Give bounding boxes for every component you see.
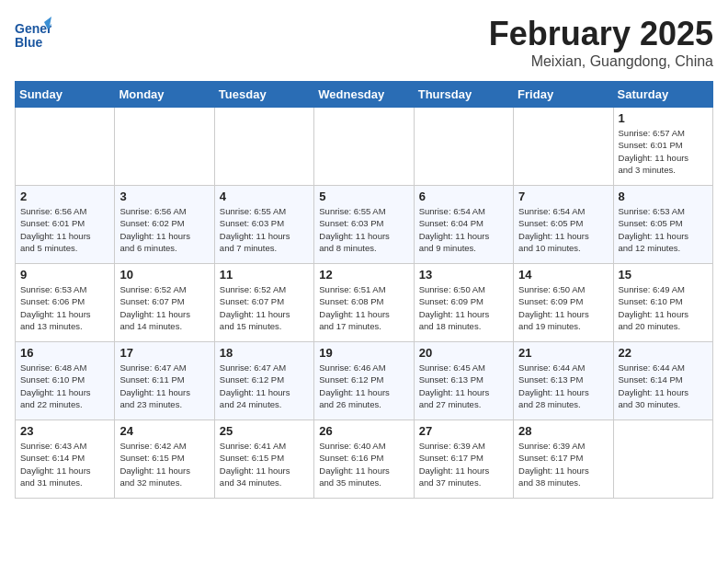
day-info: Sunrise: 6:44 AM Sunset: 6:13 PM Dayligh… [518, 362, 608, 410]
calendar-cell: 4Sunrise: 6:55 AM Sunset: 6:03 PM Daylig… [214, 186, 313, 264]
day-number: 8 [619, 190, 708, 203]
day-info: Sunrise: 6:55 AM Sunset: 6:03 PM Dayligh… [220, 205, 309, 254]
day-number: 12 [319, 268, 408, 282]
logo-icon: General Blue [15, 15, 51, 55]
location-title: Meixian, Guangdong, China [489, 53, 713, 70]
logo: General Blue [15, 15, 51, 59]
day-info: Sunrise: 6:47 AM Sunset: 6:12 PM Dayligh… [220, 362, 309, 410]
calendar-cell: 1Sunrise: 6:57 AM Sunset: 6:01 PM Daylig… [613, 108, 712, 186]
day-number: 17 [119, 346, 209, 360]
day-number: 18 [220, 346, 309, 360]
day-info: Sunrise: 6:53 AM Sunset: 6:06 PM Dayligh… [20, 283, 109, 332]
day-info: Sunrise: 6:54 AM Sunset: 6:05 PM Dayligh… [518, 205, 608, 254]
calendar-cell: 16Sunrise: 6:48 AM Sunset: 6:10 PM Dayli… [16, 342, 115, 420]
calendar-cell: 18Sunrise: 6:47 AM Sunset: 6:12 PM Dayli… [214, 342, 313, 420]
day-info: Sunrise: 6:52 AM Sunset: 6:07 PM Dayligh… [119, 283, 209, 332]
day-info: Sunrise: 6:57 AM Sunset: 6:01 PM Dayligh… [619, 127, 708, 176]
weekday-header-tuesday: Tuesday [214, 82, 313, 108]
day-number: 6 [419, 190, 508, 203]
day-number: 23 [20, 424, 109, 438]
day-number: 5 [319, 190, 408, 203]
day-info: Sunrise: 6:39 AM Sunset: 6:17 PM Dayligh… [518, 440, 608, 488]
calendar-cell: 23Sunrise: 6:43 AM Sunset: 6:14 PM Dayli… [16, 420, 115, 499]
day-number: 21 [518, 346, 608, 360]
day-number: 24 [119, 424, 209, 438]
calendar-cell [414, 108, 513, 186]
day-info: Sunrise: 6:49 AM Sunset: 6:10 PM Dayligh… [619, 283, 708, 332]
day-number: 19 [319, 346, 408, 360]
day-info: Sunrise: 6:47 AM Sunset: 6:11 PM Dayligh… [119, 362, 209, 410]
calendar-table: SundayMondayTuesdayWednesdayThursdayFrid… [15, 81, 713, 499]
day-info: Sunrise: 6:54 AM Sunset: 6:04 PM Dayligh… [419, 205, 508, 254]
calendar-cell: 3Sunrise: 6:56 AM Sunset: 6:02 PM Daylig… [115, 186, 214, 264]
svg-text:Blue: Blue [15, 35, 43, 50]
day-number: 7 [518, 190, 608, 203]
calendar-cell [613, 420, 712, 499]
calendar-cell: 22Sunrise: 6:44 AM Sunset: 6:14 PM Dayli… [613, 342, 712, 420]
calendar-cell: 2Sunrise: 6:56 AM Sunset: 6:01 PM Daylig… [16, 186, 115, 264]
calendar-cell: 7Sunrise: 6:54 AM Sunset: 6:05 PM Daylig… [514, 186, 613, 264]
calendar-week-0: 1Sunrise: 6:57 AM Sunset: 6:01 PM Daylig… [16, 108, 713, 186]
day-info: Sunrise: 6:43 AM Sunset: 6:14 PM Dayligh… [20, 440, 109, 488]
weekday-header-monday: Monday [115, 82, 214, 108]
calendar-cell: 10Sunrise: 6:52 AM Sunset: 6:07 PM Dayli… [115, 264, 214, 342]
day-info: Sunrise: 6:40 AM Sunset: 6:16 PM Dayligh… [319, 440, 408, 488]
day-info: Sunrise: 6:55 AM Sunset: 6:03 PM Dayligh… [319, 205, 408, 254]
calendar-cell [314, 108, 414, 186]
day-info: Sunrise: 6:45 AM Sunset: 6:13 PM Dayligh… [419, 362, 508, 410]
day-number: 1 [619, 111, 708, 125]
calendar-cell: 25Sunrise: 6:41 AM Sunset: 6:15 PM Dayli… [214, 420, 313, 499]
day-number: 10 [119, 268, 209, 282]
calendar-cell: 20Sunrise: 6:45 AM Sunset: 6:13 PM Dayli… [414, 342, 513, 420]
day-info: Sunrise: 6:42 AM Sunset: 6:15 PM Dayligh… [119, 440, 209, 488]
calendar-cell [214, 108, 313, 186]
day-info: Sunrise: 6:39 AM Sunset: 6:17 PM Dayligh… [419, 440, 508, 488]
calendar-cell: 19Sunrise: 6:46 AM Sunset: 6:12 PM Dayli… [314, 342, 414, 420]
day-number: 9 [20, 268, 109, 282]
calendar-cell: 24Sunrise: 6:42 AM Sunset: 6:15 PM Dayli… [115, 420, 214, 499]
weekday-header-saturday: Saturday [613, 82, 712, 108]
day-number: 15 [619, 268, 708, 282]
day-info: Sunrise: 6:50 AM Sunset: 6:09 PM Dayligh… [518, 283, 608, 332]
day-info: Sunrise: 6:50 AM Sunset: 6:09 PM Dayligh… [419, 283, 508, 332]
weekday-header-thursday: Thursday [414, 82, 513, 108]
day-info: Sunrise: 6:56 AM Sunset: 6:02 PM Dayligh… [119, 205, 209, 254]
calendar-cell [16, 108, 115, 186]
calendar-cell: 11Sunrise: 6:52 AM Sunset: 6:07 PM Dayli… [214, 264, 313, 342]
calendar-week-3: 16Sunrise: 6:48 AM Sunset: 6:10 PM Dayli… [16, 342, 713, 420]
day-info: Sunrise: 6:41 AM Sunset: 6:15 PM Dayligh… [220, 440, 309, 488]
weekday-header-sunday: Sunday [16, 82, 115, 108]
day-number: 4 [220, 190, 309, 203]
day-info: Sunrise: 6:44 AM Sunset: 6:14 PM Dayligh… [619, 362, 708, 410]
month-title: February 2025 [489, 15, 713, 53]
calendar-cell: 26Sunrise: 6:40 AM Sunset: 6:16 PM Dayli… [314, 420, 414, 499]
calendar-cell: 27Sunrise: 6:39 AM Sunset: 6:17 PM Dayli… [414, 420, 513, 499]
day-info: Sunrise: 6:53 AM Sunset: 6:05 PM Dayligh… [619, 205, 708, 254]
weekday-header-wednesday: Wednesday [314, 82, 414, 108]
calendar-cell: 13Sunrise: 6:50 AM Sunset: 6:09 PM Dayli… [414, 264, 513, 342]
day-info: Sunrise: 6:46 AM Sunset: 6:12 PM Dayligh… [319, 362, 408, 410]
day-number: 16 [20, 346, 109, 360]
weekday-header-row: SundayMondayTuesdayWednesdayThursdayFrid… [16, 82, 713, 108]
calendar-cell: 14Sunrise: 6:50 AM Sunset: 6:09 PM Dayli… [514, 264, 613, 342]
calendar-cell: 8Sunrise: 6:53 AM Sunset: 6:05 PM Daylig… [613, 186, 712, 264]
calendar-cell [115, 108, 214, 186]
calendar-cell [514, 108, 613, 186]
calendar-week-1: 2Sunrise: 6:56 AM Sunset: 6:01 PM Daylig… [16, 186, 713, 264]
day-number: 2 [20, 190, 109, 203]
day-number: 20 [419, 346, 508, 360]
day-info: Sunrise: 6:51 AM Sunset: 6:08 PM Dayligh… [319, 283, 408, 332]
day-info: Sunrise: 6:48 AM Sunset: 6:10 PM Dayligh… [20, 362, 109, 410]
calendar-cell: 15Sunrise: 6:49 AM Sunset: 6:10 PM Dayli… [613, 264, 712, 342]
day-number: 14 [518, 268, 608, 282]
weekday-header-friday: Friday [514, 82, 613, 108]
day-number: 25 [220, 424, 309, 438]
day-info: Sunrise: 6:52 AM Sunset: 6:07 PM Dayligh… [220, 283, 309, 332]
calendar-week-2: 9Sunrise: 6:53 AM Sunset: 6:06 PM Daylig… [16, 264, 713, 342]
calendar-cell: 28Sunrise: 6:39 AM Sunset: 6:17 PM Dayli… [514, 420, 613, 499]
day-number: 26 [319, 424, 408, 438]
day-number: 28 [518, 424, 608, 438]
calendar-cell: 6Sunrise: 6:54 AM Sunset: 6:04 PM Daylig… [414, 186, 513, 264]
day-number: 22 [619, 346, 708, 360]
day-number: 11 [220, 268, 309, 282]
